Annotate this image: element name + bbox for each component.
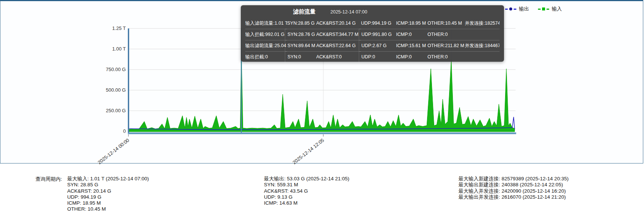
legend-item-output[interactable]: 输出 — [505, 6, 529, 12]
summary-line: 最大输出新建连接: 240388 (2025-12-14 22:05) — [458, 182, 569, 188]
tooltip-cell: 并发连接:1825747 — [465, 18, 500, 29]
y-tick-label: 250.00 G — [99, 108, 126, 113]
tooltip-cell: OTHER:0 — [427, 29, 465, 40]
legend-item-input[interactable]: 输入 — [538, 6, 562, 12]
tooltip-cell: ICMP:0 — [396, 51, 427, 62]
summary-line: ICMP: 14.63 M — [264, 200, 349, 206]
summary-line: UDP: 9.13 G — [264, 194, 349, 200]
legend-square-marker-icon — [542, 7, 545, 10]
tooltip-cell: OTHER:10.45 M — [427, 18, 465, 29]
tooltip-cell: ICMP:0 — [396, 29, 427, 40]
summary-line: ACK&RST: 43.54 G — [264, 188, 349, 194]
summary-line: SYN: 28.85 G — [67, 182, 149, 188]
legend-circle-marker-icon — [509, 7, 512, 10]
summary-label: 查询周期内: — [35, 176, 62, 183]
tooltip-cell: ACK&RST:22.64 G — [316, 40, 361, 51]
legend-line-dash — [505, 9, 508, 10]
tooltip-cell: SYN:28.85 G — [287, 18, 316, 29]
tooltip-cell: OTHER:0 — [427, 51, 465, 62]
summary-max-input-column: 最大输入: 1.01 T (2025-12-14 07:00)SYN: 28.8… — [67, 176, 149, 213]
tooltip-cell: SYN:28.76 G — [285, 29, 316, 40]
legend-line-dash — [538, 9, 541, 10]
tooltip-cell: UDP:994.19 G — [361, 18, 396, 29]
tooltip-cell — [465, 29, 500, 40]
summary-line: 最大输出: 53.03 G (2025-12-14 21:05) — [264, 176, 349, 182]
legend-line-dash — [547, 9, 549, 10]
tooltip-cell: ACK&RST:20.14 G — [316, 18, 361, 29]
y-tick-label: 0 — [99, 128, 126, 134]
summary-line: UDP: 994.19 G — [67, 194, 149, 200]
tooltip-cell: UDP:0 — [359, 51, 396, 62]
y-tick-label: 750.00 G — [99, 67, 126, 72]
legend-line-dash — [514, 9, 516, 10]
x-axis-line — [128, 132, 516, 134]
summary-max-output-column: 最大输出: 53.03 G (2025-12-14 21:05)SYN: 559… — [264, 176, 349, 206]
y-tick-label: 1.25 T — [99, 25, 126, 31]
summary-line: SYN: 559.31 M — [264, 182, 349, 188]
summary-line: ACK&RST: 20.14 G — [67, 188, 149, 194]
summary-line: 最大输出并发连接: 2616070 (2025-12-14 21:20) — [458, 194, 569, 200]
tooltip-header: 滤前流量 2025-12-14 07:00 — [245, 5, 500, 18]
summary-line: 最大输入并发连接: 2420090 (2025-12-14 16:20) — [458, 188, 569, 194]
tooltip-cell: OTHER:211.82 M — [427, 40, 465, 51]
chart-legend: 输出输入 — [505, 6, 562, 12]
tooltip-cell: 输出拦截:0 — [245, 51, 287, 62]
summary-max-connections-column: 最大输入新建连接: 82579389 (2025-12-14 20:35)最大输… — [458, 176, 569, 200]
tooltip-title: 滤前流量 — [293, 8, 315, 15]
pre-filter-traffic-chart-panel: 1.25 T1.00 T750.00 G500.00 G250.00 G0 20… — [0, 0, 643, 163]
tooltip-cell: ACK&RST:0 — [316, 51, 361, 62]
tooltip-cell: ACK&RST:344.77 M — [316, 29, 361, 40]
tooltip-table: 输入滤前流量:1.01 TSYN:28.85 GACK&RST:20.14 GU… — [245, 18, 500, 62]
tooltip-cell: SYN:89.64 M — [285, 40, 316, 51]
legend-label: 输入 — [552, 6, 562, 12]
chart-tooltip: 滤前流量 2025-12-14 07:00 输入滤前流量:1.01 TSYN:2… — [241, 5, 504, 62]
tooltip-cell — [465, 51, 500, 62]
tooltip-cell: UDP:991.80 G — [359, 29, 396, 40]
summary-line: 最大输入新建连接: 82579389 (2025-12-14 20:35) — [458, 176, 569, 182]
tooltip-cell: 输入拦截:992.01 G — [245, 29, 287, 40]
tooltip-cell: ICMP:18.95 M — [396, 18, 427, 29]
tooltip-cell: ICMP:15.61 M — [396, 40, 427, 51]
summary-line: 最大输入: 1.01 T (2025-12-14 07:00) — [67, 176, 149, 182]
legend-label: 输出 — [519, 6, 529, 12]
tooltip-cell: 输出滤前流量:25.04 G — [245, 40, 287, 51]
tooltip-timestamp: 2025-12-14 07:00 — [330, 9, 367, 15]
y-tick-label: 1.00 T — [99, 46, 126, 52]
y-axis-line — [128, 28, 130, 132]
traffic-report-page: 1.25 T1.00 T750.00 G500.00 G250.00 G0 20… — [0, 0, 644, 214]
tooltip-cell: 输入滤前流量:1.01 T — [245, 18, 287, 29]
y-tick-label: 500.00 G — [99, 87, 126, 93]
tooltip-cell: UDP:2.67 G — [359, 40, 396, 51]
summary-line: ICMP: 18.95 M — [67, 200, 149, 206]
tooltip-cell: SYN:0 — [285, 51, 316, 62]
tooltip-cell: 并发连接:1844673 — [465, 40, 500, 51]
summary-line: OTHER: 10.45 M — [67, 206, 149, 212]
